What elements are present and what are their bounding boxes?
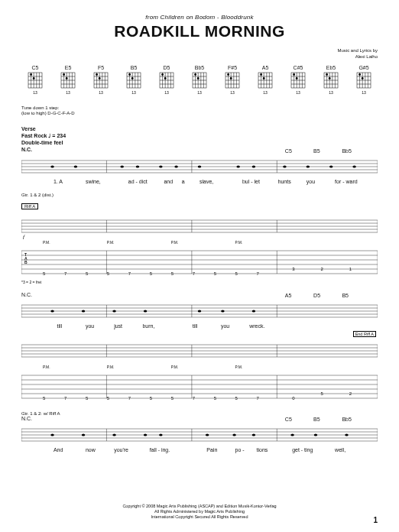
tab-number: 7 [257,271,259,276]
tab-number: 2 [349,391,352,396]
svg-point-206 [144,434,147,436]
lyric: bul - let [242,179,260,184]
svg-point-209 [232,434,235,436]
section-feel: Double-time feel [21,139,378,146]
chord-mark: B5 [313,148,320,154]
palm-mute: P.M. [43,240,50,245]
tab-number: 5 [235,271,238,276]
lyric-row-1: 1. Aswine,ad - dictandaslave,bul - lethu… [21,179,378,187]
chord-name: C5 [32,65,39,70]
chord-name: A5 [262,65,269,70]
lyric: wreck. [249,323,264,329]
system-3-vocal-staff: C5B5Bb5 [21,424,378,455]
svg-point-204 [82,434,85,436]
tab-number: 7 [64,396,66,401]
lyric: now [86,447,96,453]
svg-point-38 [128,73,131,76]
svg-point-18 [63,73,65,76]
tab-number: 0 [292,396,294,401]
lyric: fall - ing. [150,447,170,453]
tab-number: 5 [171,396,174,401]
svg-point-109 [362,77,364,79]
tab-number: 7 [128,271,131,276]
page-number: 1 [373,516,378,524]
svg-point-127 [236,166,239,168]
svg-point-29 [99,77,101,79]
svg-point-8 [30,73,32,76]
svg-point-69 [230,77,232,79]
chord-diagram: B5 13 [123,65,144,95]
svg-point-89 [296,77,298,79]
svg-point-126 [198,166,201,168]
chord-diagram: E5 13 [57,65,79,95]
chord-name: Bb5 [195,65,204,70]
tab-number: 5 [150,396,152,401]
chord-name: C#5 [294,65,303,70]
credits: Music and Lyrics by Alexi Laiho [21,48,378,60]
chord-mark: C5 [285,417,292,422]
vocal-staff-2 [21,300,378,322]
chord-mark: A5 [285,293,292,298]
svg-point-210 [252,434,255,436]
tab-block-2: 57557557557052 [21,371,378,402]
lyric: hunts [278,179,291,184]
palm-mute: P.M. [43,365,50,369]
lyric: slave, [200,179,213,184]
chord-mark: B5 [342,293,349,298]
tab-number: 5 [86,396,88,401]
chord-name: E5 [65,65,72,70]
chord-diagram: C5 13 [24,65,46,95]
from-prefix: from Children on Bodom - [145,14,221,21]
lyric: a [182,179,185,184]
lyric-row-3: Andnowyou'refall - ing.Painpo -tionsget … [21,447,378,455]
chord-grid-icon [92,71,109,89]
chord-grid-icon [257,71,274,89]
svg-point-98 [326,73,328,76]
chord-fret: 13 [99,90,103,95]
system-1-vocal-staff: C5B5Bb5 [21,156,378,187]
svg-point-58 [194,73,196,76]
chord-mark: Bb5 [342,417,351,422]
chord-fret: 13 [33,90,37,95]
tab-number: 5 [214,271,216,276]
svg-point-129 [283,166,286,168]
tab-number: 5 [320,391,323,396]
end-riff-a-label: End Riff A [353,331,376,337]
tab-number: 5 [150,271,152,276]
svg-point-78 [260,73,262,76]
svg-point-165 [50,310,54,313]
tab-block-1: TAB 57557557557321 [21,247,378,277]
chord-grid-icon [191,71,208,89]
svg-point-121 [74,166,77,168]
tab-number: 7 [193,396,195,401]
tuning-line2: (low to high) D-G-C-F-A-D [21,111,378,116]
chord-grid-icon [224,71,241,89]
lyric: till [193,323,198,329]
chord-fret: 13 [131,90,136,95]
svg-point-125 [174,166,177,168]
section-verse: Verse [21,125,378,132]
palm-mute: P.M. [235,240,243,245]
rhythm-staff-2: End Riff A [21,337,378,365]
svg-point-205 [112,434,115,436]
svg-point-124 [159,166,162,168]
chord-diagram: F#5 13 [222,65,243,95]
lyric: and [164,179,173,184]
copyright-l2: All Rights Administered by Magic Arts Pu… [0,509,399,514]
svg-point-131 [329,166,332,168]
lyric: tions [257,447,268,453]
chord-fret: 13 [66,90,70,95]
chord-grid-icon [158,71,175,89]
chord-name: F5 [98,65,104,70]
lyric: till [57,323,63,329]
chord-grid-icon [27,71,44,89]
chord-diagram: Eb5 13 [320,65,342,95]
lyric: ad - dict [128,179,148,184]
chord-grid-icon [355,71,372,89]
copyright-l3: International Copyright Secured All Righ… [0,514,399,520]
palm-mute: P.M. [171,240,179,245]
lyric: 1. A [54,179,63,184]
tab-number: 7 [64,271,66,276]
palm-mute: P.M. [235,365,243,369]
lyric-row-2: tillyoujustburn,tillyouwreck. [21,323,378,331]
